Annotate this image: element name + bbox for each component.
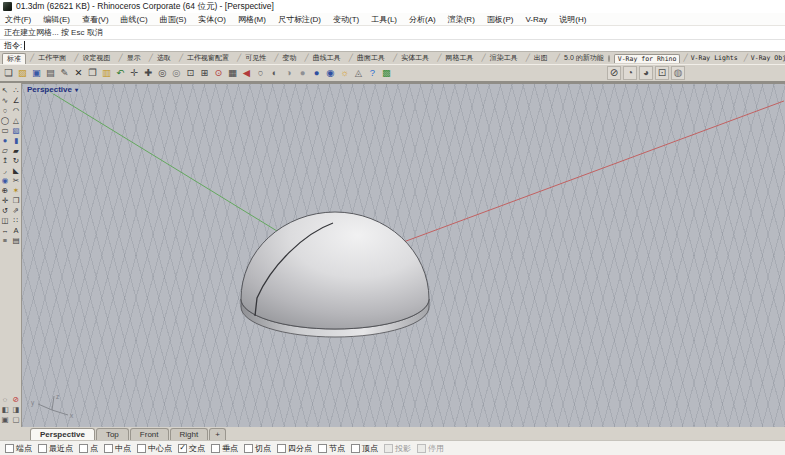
osnap-checkbox[interactable] (38, 444, 47, 453)
osnap-checkbox[interactable] (244, 444, 253, 453)
osnap-item[interactable]: 中心点 (137, 443, 172, 454)
chamfer-icon[interactable]: ◣ (11, 166, 22, 176)
shaded-mode-icon[interactable]: ◐ (268, 66, 281, 80)
sun-light-icon[interactable]: ☼ (338, 66, 351, 80)
arc-icon[interactable]: ◠ (11, 106, 22, 116)
vray-toolbar-tab[interactable]: V-Ray Objects (741, 54, 785, 62)
rendered-mode-icon[interactable]: ● (296, 66, 309, 80)
vray-render-icon[interactable]: ◔ (623, 66, 637, 80)
menu-item[interactable]: 编辑(E) (43, 14, 70, 25)
menu-item[interactable]: 网格(M) (238, 14, 266, 25)
osnap-checkbox[interactable] (384, 444, 393, 453)
toolbar-group-tab[interactable]: 曲面工具 (345, 53, 389, 63)
toolbar-group-tab[interactable]: 工作平面 (26, 53, 70, 63)
viewport-tab[interactable]: Right (170, 428, 209, 440)
menu-item[interactable]: 工具(L) (371, 14, 397, 25)
extrude-icon[interactable]: ↥ (0, 156, 11, 166)
toolbar-group-tab[interactable]: 5.0 的新功能 (552, 53, 608, 63)
vray-material-editor-icon[interactable]: ◕ (639, 66, 653, 80)
osnap-item[interactable]: 垂点 (211, 443, 238, 454)
chevron-down-icon[interactable]: ▾ (75, 86, 78, 93)
unlock-object-icon[interactable]: ◨ (11, 405, 22, 415)
polyline-icon[interactable]: ∠ (11, 96, 22, 106)
zoom-window-icon[interactable]: ⊡ (184, 66, 197, 80)
osnap-checkbox[interactable] (318, 444, 327, 453)
viewport-tab[interactable]: + (209, 428, 226, 440)
osnap-item[interactable]: 最近点 (38, 443, 73, 454)
menu-item[interactable]: 说明(H) (559, 14, 586, 25)
rectangle-icon[interactable]: ▭ (0, 126, 11, 136)
paste-icon[interactable]: ▥ (100, 66, 113, 80)
menu-item[interactable]: V-Ray (525, 15, 547, 24)
material-grass-icon[interactable]: ▩ (380, 66, 393, 80)
boolean-icon[interactable]: ◉ (0, 176, 11, 186)
toolbar-group-tab[interactable]: 可见性 (233, 53, 270, 63)
show-object-icon[interactable]: ⊘ (11, 395, 22, 405)
viewport-tab[interactable]: Perspective (30, 428, 95, 440)
toolbar-group-tab[interactable]: 工作视窗配置 (175, 53, 233, 63)
mouse-model[interactable] (239, 208, 431, 340)
copy-object-icon[interactable]: ❐ (11, 196, 22, 206)
undo-icon[interactable]: ↶ (114, 66, 127, 80)
menu-item[interactable]: 渲染(R) (448, 14, 475, 25)
move-view-icon[interactable]: ✚ (142, 66, 155, 80)
osnap-item[interactable]: 点 (79, 443, 98, 454)
wireframe-mode-icon[interactable]: ○ (254, 66, 267, 80)
hide-object-icon[interactable]: ◌ (0, 395, 11, 405)
osnap-item[interactable]: 四分点 (277, 443, 312, 454)
join-icon[interactable]: ⊕ (0, 186, 11, 196)
print-icon[interactable]: ▤ (44, 66, 57, 80)
cylinder-icon[interactable]: ▮ (11, 136, 22, 146)
osnap-checkbox[interactable] (417, 444, 426, 453)
save-icon[interactable]: ▣ (30, 66, 43, 80)
osnap-item[interactable]: 节点 (318, 443, 345, 454)
toolbar-group-tab[interactable]: 出图 (522, 53, 552, 63)
help-icon[interactable]: ? (366, 66, 379, 80)
revolve-icon[interactable]: ↻ (11, 156, 22, 166)
surface-icon[interactable]: ▱ (0, 146, 11, 156)
toolbar-group-tab[interactable]: 变动 (270, 53, 300, 63)
ghosted-mode-icon[interactable]: ◑ (282, 66, 295, 80)
move-icon[interactable]: ✛ (0, 196, 11, 206)
vray-options-icon[interactable]: ⊡ (655, 66, 669, 80)
scale-icon[interactable]: ⇗ (11, 206, 22, 216)
mirror-icon[interactable]: ◫ (0, 216, 11, 226)
pan-icon[interactable]: ✛ (128, 66, 141, 80)
osnap-item[interactable]: 切点 (244, 443, 271, 454)
layer-state-icon[interactable]: ▣ (0, 415, 11, 425)
undo-view-icon[interactable]: ◀ (240, 66, 253, 80)
rotate-icon[interactable]: ↺ (0, 206, 11, 216)
menu-item[interactable]: 尺寸标注(D) (278, 14, 321, 25)
perspective-viewport[interactable]: Perspective ▾ (22, 83, 785, 427)
osnap-checkbox[interactable]: ✓ (178, 444, 187, 453)
object-properties-icon[interactable]: ▤ (11, 236, 22, 246)
edit-properties-icon[interactable]: ✎ (58, 66, 71, 80)
sphere-icon[interactable]: ● (0, 136, 11, 146)
toolbar-group-tab[interactable]: 网格工具 (433, 53, 477, 63)
osnap-checkbox[interactable] (79, 444, 88, 453)
open-file-icon[interactable]: ▨ (16, 66, 29, 80)
osnap-item[interactable]: ✓ 交点 (178, 443, 205, 454)
menu-item[interactable]: 查看(V) (82, 14, 109, 25)
trim-icon[interactable]: ✂ (11, 176, 22, 186)
copy-icon[interactable]: ❐ (86, 66, 99, 80)
curve-icon[interactable]: ∿ (0, 96, 11, 106)
osnap-checkbox[interactable] (5, 444, 14, 453)
osnap-checkbox[interactable] (104, 444, 113, 453)
dimension-icon[interactable]: ↔ (0, 226, 11, 236)
menu-item[interactable]: 变动(T) (333, 14, 359, 25)
spotlight-icon[interactable]: ◬ (352, 66, 365, 80)
toolbar-group-tab[interactable]: 显示 (114, 53, 144, 63)
ellipse-icon[interactable]: ◯ (0, 116, 11, 126)
menu-item[interactable]: 面板(P) (487, 14, 514, 25)
osnap-item[interactable]: 停用 (417, 443, 444, 454)
osnap-checkbox[interactable] (137, 444, 146, 453)
toolbar-group-tab[interactable]: 选取 (145, 53, 175, 63)
zoom-selected-icon[interactable]: ⊙ (212, 66, 225, 80)
array-icon[interactable]: ∷ (11, 216, 22, 226)
menu-item[interactable]: 曲面(S) (160, 14, 187, 25)
vray-logo-icon[interactable]: ⊘ (607, 66, 621, 80)
select-icon[interactable]: ↖ (0, 86, 11, 96)
vray-asset-sphere-icon[interactable]: ◍ (671, 66, 685, 80)
osnap-checkbox[interactable] (351, 444, 360, 453)
